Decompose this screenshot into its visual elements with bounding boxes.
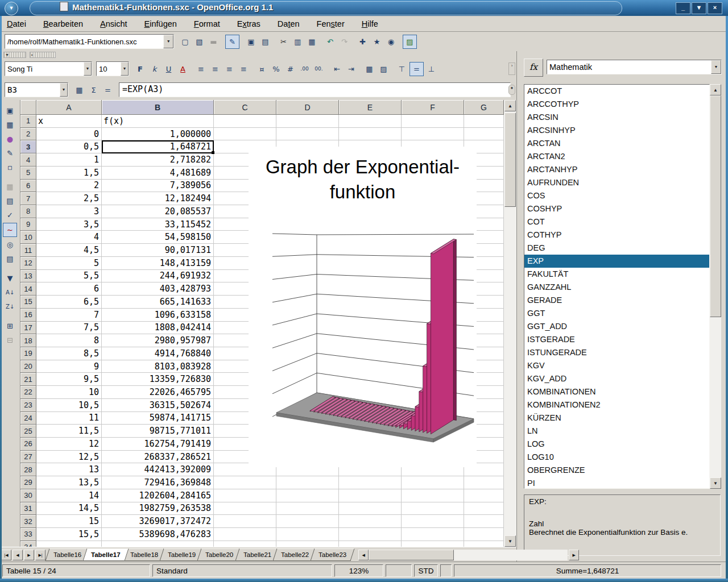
function-item-cothyp[interactable]: COTHYP — [524, 228, 709, 242]
cell-E29[interactable] — [339, 476, 402, 489]
align-left-icon[interactable]: ≡ — [195, 63, 208, 76]
cell-A33[interactable]: 15,5 — [36, 528, 102, 541]
paste-icon[interactable]: ▦ — [305, 35, 318, 48]
auto-spellcheck-icon[interactable]: ~ — [3, 223, 17, 237]
cell-B18[interactable]: 2980,957987 — [102, 334, 214, 347]
cell-B19[interactable]: 4914,768840 — [102, 347, 214, 360]
column-header-B[interactable]: B — [102, 100, 214, 115]
delete-decimal-place-icon[interactable]: 00. — [312, 63, 325, 76]
insert-chart-icon[interactable]: ● — [3, 132, 16, 146]
open-document-icon[interactable]: ▧ — [193, 35, 206, 48]
cell-B31[interactable]: 1982759,263538 — [102, 502, 214, 516]
cut-icon[interactable]: ✂ — [277, 35, 290, 48]
cell-A27[interactable]: 12,5 — [36, 451, 102, 464]
menu-format[interactable]: Format — [194, 19, 220, 28]
cell-B15[interactable]: 665,141633 — [102, 296, 214, 309]
cell-D31[interactable] — [276, 502, 339, 516]
italic-icon[interactable]: k — [148, 63, 161, 76]
cell-F31[interactable] — [402, 502, 464, 516]
row-header-13[interactable]: 13 — [20, 270, 36, 283]
column-header-F[interactable]: F — [402, 100, 464, 115]
cell-A32[interactable]: 15 — [36, 515, 102, 528]
function-item-deg[interactable]: DEG — [524, 242, 709, 255]
row-header-17[interactable]: 17 — [20, 322, 36, 335]
draw-functions-icon[interactable]: ✎ — [3, 147, 16, 160]
toolbar-overflow-arrow[interactable]: › — [508, 63, 515, 75]
number-currency-icon[interactable]: ¤ — [255, 63, 268, 76]
add-decimal-place-icon[interactable]: .00 — [298, 63, 311, 76]
function-item-aufrunden[interactable]: AUFRUNDEN — [524, 176, 709, 189]
cell-G31[interactable] — [464, 502, 504, 516]
function-item-kombinationen[interactable]: KOMBINATIONEN — [524, 385, 709, 398]
row-header-15[interactable]: 15 — [20, 296, 36, 309]
function-item-kürzen[interactable]: KÜRZEN — [524, 411, 709, 425]
function-list-scrollbar[interactable]: ▲ ▼ — [710, 84, 721, 489]
function-item-ln[interactable]: LN — [524, 425, 709, 438]
cell-F1[interactable] — [402, 115, 464, 128]
function-item-ggt_add[interactable]: GGT_ADD — [524, 320, 709, 333]
cell-B7[interactable]: 12,182494 — [102, 192, 214, 205]
cell-D30[interactable] — [276, 489, 339, 502]
cell-A8[interactable]: 3 — [36, 205, 102, 218]
cell-E32[interactable] — [339, 515, 402, 528]
cell-C31[interactable] — [214, 502, 276, 516]
category-dropdown-icon[interactable]: ▼ — [711, 60, 721, 74]
menu-fenster[interactable]: Fenster — [317, 19, 345, 28]
last-sheet-icon[interactable]: ▶| — [35, 550, 46, 560]
menu-bearbeiten[interactable]: Bearbeiten — [43, 19, 83, 28]
menu-daten[interactable]: Daten — [278, 19, 300, 28]
cell-A10[interactable]: 4 — [36, 231, 102, 244]
cell-A14[interactable]: 6 — [36, 282, 102, 296]
copy-icon[interactable]: ▥ — [291, 35, 304, 48]
cell-A9[interactable]: 3,5 — [36, 218, 102, 231]
cell-B30[interactable]: 1202604,284165 — [102, 489, 214, 502]
cell-B27[interactable]: 268337,286521 — [102, 451, 214, 464]
first-sheet-icon[interactable]: |◀ — [1, 550, 11, 560]
cell-G1[interactable] — [464, 115, 504, 128]
cell-F30[interactable] — [402, 489, 464, 502]
sort-descending-icon[interactable]: Z↓ — [3, 300, 16, 313]
cell-G30[interactable] — [464, 489, 504, 502]
menu-extras[interactable]: Extras — [237, 19, 260, 28]
function-item-arccothyp[interactable]: ARCCOTHYP — [524, 98, 709, 111]
cell-B34[interactable] — [102, 541, 214, 547]
spellcheck-icon[interactable]: ✓ — [3, 209, 16, 222]
function-item-kgv_add[interactable]: KGV_ADD — [524, 372, 709, 385]
cell-A31[interactable]: 14,5 — [36, 502, 102, 516]
print-file-icon[interactable]: ▤ — [259, 35, 272, 48]
vertical-scrollbar-thumb[interactable] — [504, 113, 516, 207]
align-right-icon[interactable]: ≡ — [223, 63, 236, 76]
underline-icon[interactable]: U — [162, 63, 175, 76]
row-header-14[interactable]: 14 — [20, 282, 36, 296]
group-icon[interactable]: ⊞ — [3, 319, 16, 332]
function-item-arcsinhyp[interactable]: ARCSINHYP — [524, 124, 709, 137]
insert-object-icon[interactable]: ▣ — [3, 104, 16, 117]
function-item-cot[interactable]: COT — [524, 215, 709, 228]
fill-handle[interactable] — [212, 151, 214, 154]
cell-B23[interactable]: 36315,502674 — [102, 399, 214, 412]
undo-icon[interactable]: ↶ — [324, 35, 337, 48]
function-item-coshyp[interactable]: COSHYP — [524, 202, 709, 215]
row-header-1[interactable]: 1 — [20, 115, 36, 128]
function-item-log[interactable]: LOG — [524, 438, 709, 451]
row-header-34[interactable]: 34 — [20, 541, 36, 547]
column-header-C[interactable]: C — [214, 100, 276, 115]
cell-G29[interactable] — [464, 476, 504, 489]
category-combo[interactable]: ▼ — [547, 60, 722, 74]
align-bottom-icon[interactable]: ⊥ — [425, 63, 438, 76]
cell-B17[interactable]: 1808,042414 — [102, 322, 214, 335]
cell-B20[interactable]: 8103,083928 — [102, 360, 214, 373]
cell-A20[interactable]: 9 — [36, 360, 102, 373]
cell-D34[interactable] — [276, 541, 339, 547]
row-header-20[interactable]: 20 — [20, 360, 36, 373]
close-button[interactable]: × — [708, 2, 722, 14]
sort-ascending-icon[interactable]: A↓ — [3, 286, 16, 299]
category-input[interactable] — [547, 61, 711, 73]
cell-F32[interactable] — [402, 515, 464, 528]
url-dropdown-icon[interactable]: ▼ — [163, 35, 173, 48]
number-percent-icon[interactable]: % — [270, 63, 283, 76]
cell-C29[interactable] — [214, 476, 276, 489]
cell-B6[interactable]: 7,389056 — [102, 180, 214, 193]
cell-G33[interactable] — [464, 528, 504, 541]
cell-B11[interactable]: 90,017131 — [102, 244, 214, 257]
